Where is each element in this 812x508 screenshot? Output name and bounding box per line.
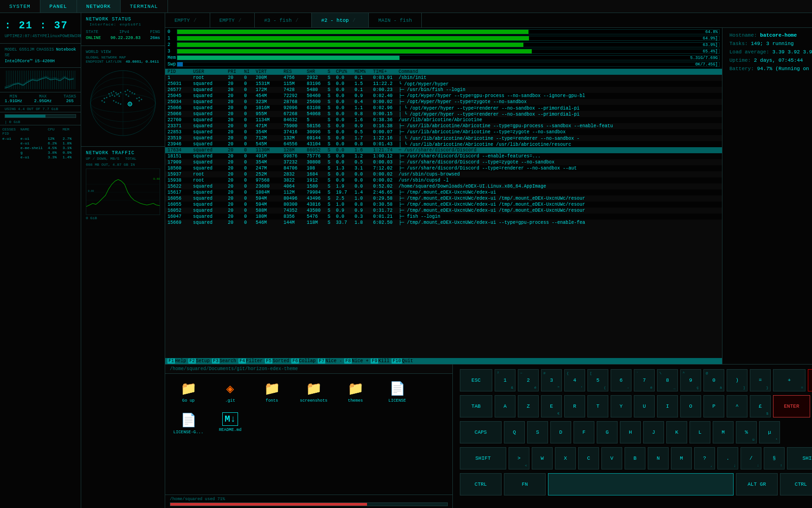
key-angle[interactable]: >< <box>509 447 529 469</box>
key-6[interactable]: 6- <box>611 369 632 391</box>
table-row[interactable]: 25034 squared 20 0 323M 28768 25600 S 0.… <box>165 99 722 105</box>
key-fn[interactable]: FN <box>504 473 546 495</box>
key-tab[interactable]: TAB <box>460 395 492 417</box>
htop-f9[interactable]: F9Kill <box>371 358 389 364</box>
key-o[interactable]: O <box>680 395 701 417</box>
key-altgr[interactable]: ALT GR <box>736 473 778 495</box>
htop-f5[interactable]: F5Sorted <box>265 358 289 364</box>
key-g[interactable]: G <box>597 421 618 443</box>
key-m[interactable]: M <box>713 421 734 443</box>
key-t[interactable]: T <box>587 395 608 417</box>
key-l[interactable]: L <box>690 421 710 443</box>
table-row[interactable]: 25045 squared 20 0 454M 72292 50460 S 0.… <box>165 93 722 99</box>
key-3[interactable]: #3" <box>541 369 562 391</box>
table-row[interactable]: 26577 squared 20 0 172M 7428 5480 S 0.0 … <box>165 87 722 93</box>
key-space[interactable] <box>548 473 734 495</box>
table-row[interactable]: 23519 squared 20 0 712M 132M 69144 S 0.0… <box>165 135 722 141</box>
file-item-fonts[interactable]: 📁 fonts <box>253 378 290 405</box>
key-f[interactable]: F <box>574 421 594 443</box>
htop-f7[interactable]: F7Nice - <box>318 358 342 364</box>
table-row[interactable]: 17634 squared 20 0 1130M 128M 86052 S 0.… <box>165 147 722 153</box>
key-n[interactable]: N <box>648 447 669 469</box>
key-i[interactable]: I <box>657 395 678 417</box>
key-enter[interactable]: ENTER <box>773 395 810 417</box>
table-row[interactable]: 22760 squared 20 0 1134M 84632 5 S 0.0 1… <box>165 117 722 123</box>
file-item-readme[interactable]: M↓ README.md <box>212 410 249 437</box>
file-item-themes[interactable]: 📁 themes <box>337 378 374 405</box>
key-4[interactable]: {4' <box>564 369 585 391</box>
htop-f2[interactable]: F2Setup <box>188 358 210 364</box>
key-x[interactable]: X <box>555 447 576 469</box>
table-row[interactable]: 23946 squared 20 0 545M 64556 43104 S 0.… <box>165 141 722 147</box>
file-item-license[interactable]: 📄 LICENSE <box>379 378 416 405</box>
table-row[interactable]: 15938 root 20 0 97568 3822 1912 S 0.0 0.… <box>165 177 722 183</box>
key-r[interactable]: R <box>564 395 585 417</box>
table-row[interactable]: 23371 squared 20 0 471M 75900 58156 S 0.… <box>165 123 722 129</box>
key-paren[interactable]: )] <box>727 369 748 391</box>
key-5[interactable]: [5( <box>587 369 608 391</box>
tab-empty-1[interactable]: EMPTY / <box>165 13 210 27</box>
key-2[interactable]: ~2é <box>518 369 539 391</box>
table-row[interactable]: 15622 squared 20 0 23680 4064 1580 S 1.9… <box>165 183 722 189</box>
key-w[interactable]: W <box>532 447 553 469</box>
nav-network[interactable]: NETWORK <box>77 0 121 13</box>
key-slash[interactable]: /: <box>741 447 761 469</box>
htop-f8[interactable]: F8Nice + <box>344 358 368 364</box>
key-s[interactable]: S <box>527 421 548 443</box>
key-m2[interactable]: M <box>671 447 692 469</box>
table-row[interactable]: 25066 squared 20 0 1016M 92096 63108 S 0… <box>165 105 722 111</box>
table-row[interactable]: 15617 squared 20 0 1084M 112M 79984 S 19… <box>165 189 722 195</box>
htop-f6[interactable]: F6Collap <box>291 358 316 364</box>
key-section[interactable]: §! <box>764 447 785 469</box>
table-row[interactable]: 25031 squared 20 0 1531M 115M 83196 S 0.… <box>165 81 722 87</box>
table-row[interactable]: 22853 squared 20 0 354M 37416 30996 S 0.… <box>165 129 722 135</box>
key-esc[interactable]: ESC <box>460 369 492 391</box>
key-1[interactable]: ²1& <box>495 369 516 391</box>
tab-htop[interactable]: #2 - htop / <box>312 13 369 27</box>
key-y[interactable]: Y <box>611 395 632 417</box>
key-question[interactable]: ?, <box>694 447 715 469</box>
key-d[interactable]: D <box>550 421 571 443</box>
key-a[interactable]: A <box>495 395 516 417</box>
nav-system[interactable]: SYSTEM <box>0 0 40 13</box>
key-v[interactable]: V <box>601 447 622 469</box>
key-8[interactable]: \8_ <box>657 369 678 391</box>
table-row[interactable]: 16055 squared 20 0 594M 80300 43816 S 1.… <box>165 202 722 208</box>
key-percent[interactable]: %ù <box>736 421 757 443</box>
key-z[interactable]: Z <box>518 395 539 417</box>
table-row[interactable]: 25066 squared 20 0 955M 67268 54068 S 0.… <box>165 111 722 117</box>
table-row[interactable]: 1 root 20 0 200M 4756 2932 S 0.0 0.1 0:0… <box>165 75 722 81</box>
table-row[interactable]: 18560 squared 20 0 247M 84706 108 S 1.3 … <box>165 165 722 171</box>
key-q[interactable]: Q <box>504 421 525 443</box>
file-item-git[interactable]: ◈ .git <box>212 378 249 405</box>
key-7[interactable]: `7è <box>634 369 655 391</box>
htop-f10[interactable]: F10Quit <box>392 358 413 364</box>
table-row[interactable]: 16047 squared 20 0 180M 8356 5476 S 0.0 … <box>165 214 722 220</box>
nav-terminal[interactable]: TERMINAL <box>121 0 168 13</box>
htop-f1[interactable]: F1Help <box>168 358 186 364</box>
key-ctrl-right[interactable]: CTRL <box>780 473 812 495</box>
key-j[interactable]: J <box>643 421 664 443</box>
key-caps[interactable]: CAPS <box>460 421 502 443</box>
key-caret[interactable]: ^ <box>727 395 748 417</box>
key-dot[interactable]: .; <box>717 447 738 469</box>
htop-f3[interactable]: F3Search <box>212 358 236 364</box>
key-shift-left[interactable]: SHIFT <box>460 447 506 469</box>
key-equals[interactable]: =} <box>750 369 771 391</box>
file-item-license-g[interactable]: 📄 LICENSE-G... <box>170 410 207 437</box>
htop-f4[interactable]: F4Filter <box>238 358 263 364</box>
table-row[interactable]: 15669 squared 20 0 546M 144M 118M S 33.7… <box>165 220 722 226</box>
key-u[interactable]: U <box>634 395 655 417</box>
table-row[interactable]: 15937 root 20 0 252M 2832 1684 S 0.0 0.0… <box>165 171 722 177</box>
tab-main-fish[interactable]: MAIN - fish <box>369 13 422 27</box>
tab-fish[interactable]: #3 - fish / <box>255 13 312 27</box>
table-row[interactable]: 16056 squared 20 0 594M 80496 43496 S 2.… <box>165 195 722 202</box>
key-pound[interactable]: £$ <box>750 395 771 417</box>
key-9[interactable]: ^9ç <box>680 369 701 391</box>
table-row[interactable]: 16052 squared 20 0 588M 74352 43580 S 0.… <box>165 208 722 214</box>
key-b[interactable]: B <box>625 447 645 469</box>
key-ctrl-left[interactable]: CTRL <box>460 473 502 495</box>
key-shift-right[interactable]: SHIFT <box>787 447 812 469</box>
key-e[interactable]: E€ <box>541 395 562 417</box>
key-p[interactable]: P <box>703 395 724 417</box>
